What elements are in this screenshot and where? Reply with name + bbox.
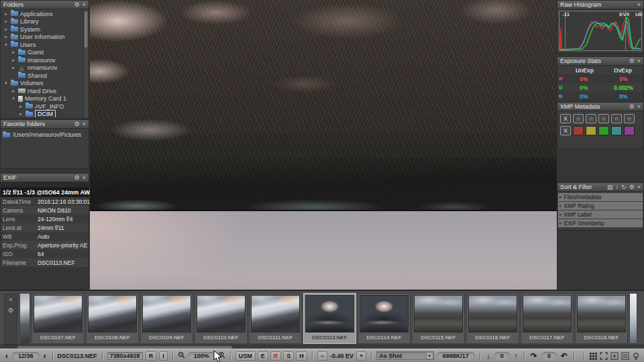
thumbnail-dsc0117[interactable]: DSC0117.NEF	[521, 293, 574, 344]
add-box-icon[interactable]	[610, 352, 619, 360]
expand-arrow-icon[interactable]: ▸	[559, 203, 562, 208]
toggle-usm-button[interactable]: USM	[235, 351, 256, 361]
star-rating-button[interactable]: ☆	[624, 114, 635, 123]
clear-rating-button[interactable]: X	[560, 114, 571, 123]
thumbnail-partial-right[interactable]	[629, 293, 637, 344]
star-rating-button[interactable]: ☆	[611, 114, 622, 123]
tree-collapsed-arrow[interactable]: ▸	[18, 104, 23, 109]
thumbnail-dsc0107[interactable]: DSC0107.NEF	[32, 293, 85, 344]
tree-item-hard-drive[interactable]: ▸Hard Drive	[1, 87, 83, 95]
expand-arrow-icon[interactable]: ▸	[559, 194, 562, 200]
rotate-ccw-button[interactable]: ↶	[559, 352, 569, 360]
tree-item-nmansurov[interactable]: ▸⌂nmansurov	[1, 64, 83, 72]
gear-icon[interactable]: ⚙	[629, 104, 635, 110]
chevron-down-icon[interactable]: ▼	[426, 352, 433, 359]
tree-item-guest[interactable]: ▸Guest	[1, 49, 83, 57]
expand-arrow-icon[interactable]: ▸	[559, 212, 562, 217]
star-rating-button[interactable]: ☆	[598, 114, 609, 123]
tree-collapsed-arrow[interactable]: ▸	[3, 11, 9, 17]
tree-item-users[interactable]: ▾Users	[1, 41, 83, 49]
gear-icon[interactable]: ⚙	[74, 175, 80, 181]
zoom-out-icon[interactable]	[178, 351, 185, 360]
tree-expanded-arrow[interactable]: ▾	[11, 96, 16, 101]
gear-icon[interactable]: ⚙	[629, 184, 635, 190]
gear-icon[interactable]: ⚙	[8, 307, 13, 314]
ev-plus-button[interactable]: +	[356, 351, 366, 361]
close-icon[interactable]: ×	[9, 296, 12, 303]
color-label-swatch[interactable]	[611, 126, 622, 135]
sort-item-xmp-rating[interactable]: ▸XMP Rating	[558, 202, 643, 210]
tree-item-imansurov[interactable]: ▸imansurov	[1, 56, 83, 64]
close-icon[interactable]: ×	[83, 121, 86, 127]
toggle-s-button[interactable]: S	[283, 351, 294, 361]
thumbnail-dsc0109[interactable]: DSC0109.NEF	[140, 293, 193, 344]
star-rating-button[interactable]: ☆	[586, 114, 596, 123]
tree-collapsed-arrow[interactable]: ▸	[3, 19, 9, 24]
star-rating-button[interactable]: ☆	[573, 114, 584, 123]
zoom-in-icon[interactable]	[218, 351, 225, 360]
white-balance-select[interactable]: As Shot ▼	[376, 351, 434, 360]
tree-item-dcim[interactable]: ▸DCIM	[1, 111, 83, 118]
thumbnail-dsc0115[interactable]: DSC0115.NEF	[412, 293, 465, 344]
tree-expanded-arrow[interactable]: ▾	[3, 42, 9, 48]
close-icon[interactable]: ×	[637, 58, 641, 64]
tree-collapsed-arrow[interactable]: ▸	[11, 58, 16, 63]
toggle-r-button[interactable]: R	[270, 351, 282, 361]
rating-up-button[interactable]: ↑	[513, 352, 519, 360]
toggle-e-button[interactable]: E	[258, 351, 268, 361]
prev-image-button[interactable]: ‹	[4, 352, 9, 360]
i-mode-button[interactable]: I	[159, 351, 168, 361]
tree-collapsed-arrow[interactable]: ▸	[11, 65, 16, 70]
ev-minus-button[interactable]: −	[317, 351, 327, 361]
fit-screen-icon[interactable]	[600, 352, 608, 360]
tree-item-memory-card-1[interactable]: ▾Memory Card 1	[1, 95, 83, 103]
lamp-icon[interactable]	[632, 352, 640, 360]
thumbnail-dsc0108[interactable]: DSC0108.NEF	[86, 293, 139, 344]
tree-item-volumes[interactable]: ▾Volumes	[1, 80, 83, 88]
panels-icon[interactable]	[621, 352, 629, 360]
tree-item-avf-info[interactable]: ▸AVF_INFO	[1, 103, 83, 111]
close-icon[interactable]: ×	[83, 175, 86, 181]
close-icon[interactable]: ×	[637, 104, 641, 110]
rating-down-button[interactable]: ↓	[485, 352, 492, 360]
sort-item-exif-timestamp[interactable]: ▸EXIF timestamp	[558, 219, 643, 227]
thumbnail-dsc0114[interactable]: DSC0114.NEF	[358, 293, 411, 344]
tree-item-user-information[interactable]: ▸User Information	[1, 34, 83, 42]
tree-item-applications[interactable]: ▸Applications	[1, 10, 83, 18]
thumbnail-dsc0118[interactable]: DSC0118.NEF	[575, 293, 628, 344]
tree-collapsed-arrow[interactable]: ▸	[11, 50, 16, 55]
gear-icon[interactable]: ⚙	[629, 58, 635, 64]
tree-collapsed-arrow[interactable]: ▸	[18, 111, 23, 117]
folders-scrollbar[interactable]	[83, 10, 88, 117]
rotate-cw-button[interactable]: ↷	[529, 352, 539, 360]
r-mode-button[interactable]: R	[146, 351, 157, 361]
tree-item-system[interactable]: ▸System	[1, 25, 83, 34]
close-icon[interactable]: ×	[637, 2, 641, 8]
sort-order-icon[interactable]: ↕	[616, 184, 619, 190]
close-icon[interactable]: ×	[637, 184, 641, 190]
thumbnail-dsc0111[interactable]: DSC0111.NEF	[249, 293, 302, 344]
tree-collapsed-arrow[interactable]: ▸	[3, 34, 9, 40]
thumbnail-dsc0116[interactable]: DSC0116.NEF	[466, 293, 519, 344]
color-label-swatch[interactable]	[598, 126, 609, 135]
thumbnail-dsc0113[interactable]: DSC0113.NEF	[303, 293, 356, 344]
document-icon[interactable]: ▤	[607, 184, 613, 190]
tree-item-shared[interactable]: Shared	[1, 72, 83, 80]
clear-label-button[interactable]: X	[560, 126, 571, 135]
next-image-button[interactable]: ›	[42, 352, 48, 360]
tree-expanded-arrow[interactable]: ▾	[3, 80, 9, 86]
expand-arrow-icon[interactable]: ▸	[559, 221, 562, 226]
grid-view-icon[interactable]	[589, 352, 597, 360]
thumbnail-dsc0110[interactable]: DSC0110.NEF	[195, 293, 248, 344]
sort-item-xmp-label[interactable]: ▸XMP Label	[558, 210, 643, 219]
color-label-swatch[interactable]	[573, 126, 584, 135]
toggle-h-button[interactable]: H	[296, 351, 307, 361]
tree-collapsed-arrow[interactable]: ▸	[11, 88, 16, 94]
scrollbar-thumb[interactable]	[85, 11, 88, 48]
color-label-swatch[interactable]	[586, 126, 596, 135]
refresh-icon[interactable]: ↻	[621, 184, 627, 190]
favorite-folder-item[interactable]: /Users/nmansurov/Pictures	[1, 129, 89, 141]
gear-icon[interactable]: ⚙	[74, 2, 80, 8]
main-image-view[interactable]	[90, 0, 557, 290]
close-icon[interactable]: ×	[83, 2, 86, 8]
